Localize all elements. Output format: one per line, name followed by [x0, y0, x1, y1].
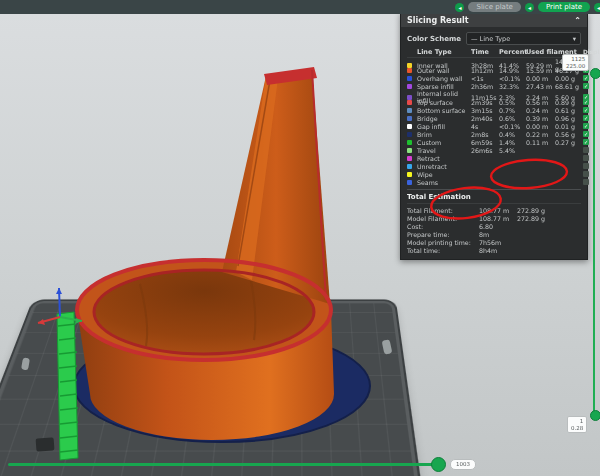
estimation-label: Total Filament: [407, 207, 479, 214]
move-slider-track[interactable] [8, 463, 438, 466]
display-checkbox[interactable] [583, 155, 589, 161]
layer-bottom-height: 0.28 [571, 425, 583, 432]
display-checkbox[interactable]: ✓ [583, 83, 589, 89]
line-type-percent: 0.6% [499, 115, 525, 122]
slice-plate-dropdown-icon[interactable]: ◂ [455, 3, 464, 12]
estimation-label: Prepare time: [407, 231, 479, 238]
line-type-percent: 14.9% [499, 67, 525, 74]
layer-slider-top-handle[interactable] [590, 68, 600, 79]
line-type-color-swatch [407, 132, 412, 137]
line-type-color-swatch [407, 84, 412, 89]
total-estimation-table: Total Filament:108.77 m272.89 gModel Fil… [407, 206, 581, 254]
print-plate-button[interactable]: Print plate [538, 2, 590, 12]
estimation-value: 108.77 m [479, 215, 517, 222]
top-toolbar: ◂ Slice plate ◂ Print plate ◂ [0, 0, 600, 14]
line-type-color-swatch [407, 156, 412, 161]
line-type-table: Inner wall3h28m41.4%59.29 m148.31 g✓Oute… [407, 58, 581, 186]
color-scheme-dropdown[interactable]: — Line Type ▾ [466, 32, 581, 45]
color-scheme-label: Color Scheme [407, 35, 461, 43]
display-checkbox[interactable]: ✓ [583, 131, 589, 137]
estimation-value: 6.80 [479, 223, 517, 230]
line-type-row: Outer wall1h12m14.9%15.59 m46.27 g✓ [407, 66, 581, 74]
layer-slider-track[interactable] [593, 72, 595, 414]
line-type-row: Travel26m6s5.4% [407, 146, 581, 154]
display-checkbox[interactable]: ✓ [583, 107, 589, 113]
line-type-row: Bottom surface3m15s0.7%0.24 m0.61 g✓ [407, 106, 581, 114]
estimation-label: Cost: [407, 223, 479, 230]
estimation-value: 108.77 m [479, 207, 517, 214]
line-type-weight: 0.56 g [555, 131, 582, 138]
line-type-weight: 0.00 g [555, 75, 582, 82]
line-type-color-swatch [407, 148, 412, 153]
line-type-color-swatch [407, 76, 412, 81]
line-type-percent: 1.4% [499, 139, 525, 146]
line-type-length: 27.43 m [526, 83, 554, 90]
display-checkbox[interactable] [583, 147, 589, 153]
display-checkbox[interactable] [583, 179, 589, 185]
line-type-weight: 0.96 g [555, 115, 582, 122]
line-type-name: Sparse infill [417, 83, 470, 90]
line-type-color-swatch [407, 100, 412, 105]
display-checkbox[interactable] [583, 163, 589, 169]
print-plate-dropdown-icon[interactable]: ◂ [525, 3, 534, 12]
line-type-length: 0.24 m [526, 107, 554, 114]
estimation-value: 7h56m [479, 239, 517, 246]
total-estimation-title: Total Estimation [407, 192, 581, 204]
move-slider-handle[interactable] [431, 457, 446, 472]
color-scheme-value: — Line Type [471, 35, 510, 43]
color-scheme-row: Color Scheme — Line Type ▾ [407, 31, 581, 46]
line-type-row: Brim2m8s0.4%0.22 m0.56 g✓ [407, 130, 581, 138]
line-type-percent: <0.1% [499, 123, 525, 130]
line-type-weight: 0.27 g [555, 139, 582, 146]
display-checkbox[interactable]: ✓ [583, 123, 589, 129]
total-estimation-row: Total time:8h4m [407, 246, 581, 254]
line-type-percent: 0.7% [499, 107, 525, 114]
line-type-name: Seams [417, 179, 470, 186]
slice-plate-button[interactable]: Slice plate [468, 2, 520, 12]
line-type-time: 1h12m [471, 67, 498, 74]
line-type-color-swatch [407, 140, 412, 145]
more-plate-actions-icon[interactable]: ◂ [594, 3, 600, 12]
line-type-time: 2m39s [471, 99, 498, 106]
line-type-time: 6m59s [471, 139, 498, 146]
line-type-name: Outer wall [417, 67, 470, 74]
line-type-row: Unretract [407, 162, 581, 170]
collapse-panel-icon[interactable]: ⌃ [574, 16, 581, 25]
estimation-value2: 272.89 g [517, 215, 557, 222]
display-checkbox[interactable] [583, 171, 589, 177]
line-type-color-swatch [407, 68, 412, 73]
line-type-time: <1s [471, 75, 498, 82]
line-type-percent: 5.4% [499, 147, 525, 154]
estimation-value: 8m [479, 231, 517, 238]
display-checkbox[interactable]: ✓ [583, 139, 589, 145]
line-type-color-swatch [407, 164, 412, 169]
line-type-row: Retract [407, 154, 581, 162]
line-type-length: 0.56 m [526, 99, 554, 106]
col-line-type: Line Type [417, 48, 470, 56]
line-type-time: 3m15s [471, 107, 498, 114]
line-type-name: Wipe [417, 171, 470, 178]
line-type-length: 15.59 m [526, 67, 554, 74]
line-type-time: 2m40s [471, 115, 498, 122]
line-type-row: Sparse infill2h36m32.3%27.43 m68.61 g✓ [407, 82, 581, 90]
line-type-time: 26m6s [471, 147, 498, 154]
layer-top-height: 225.00 [566, 63, 585, 70]
total-estimation-row: Prepare time:8m [407, 230, 581, 238]
line-type-row: Gap infill4s<0.1%0.00 m0.01 g✓ [407, 122, 581, 130]
line-type-color-swatch [407, 108, 412, 113]
layer-slider-bottom-handle[interactable] [590, 410, 600, 421]
line-type-length: 0.00 m [526, 75, 554, 82]
line-type-percent: 0.4% [499, 131, 525, 138]
line-type-name: Brim [417, 131, 470, 138]
line-type-time: 2h36m [471, 83, 498, 90]
display-checkbox[interactable]: ✓ [583, 75, 589, 81]
line-type-length: 0.00 m [526, 123, 554, 130]
line-type-time: 2m8s [471, 131, 498, 138]
estimation-value2: 272.89 g [517, 207, 557, 214]
display-checkbox[interactable]: ✓ [583, 99, 589, 105]
col-percent: Percent [499, 48, 525, 56]
display-checkbox[interactable]: ✓ [583, 115, 589, 121]
line-type-color-swatch [407, 116, 412, 121]
panel-header: Slicing Result ⌃ [401, 13, 587, 27]
line-type-row: Custom6m59s1.4%0.11 m0.27 g✓ [407, 138, 581, 146]
